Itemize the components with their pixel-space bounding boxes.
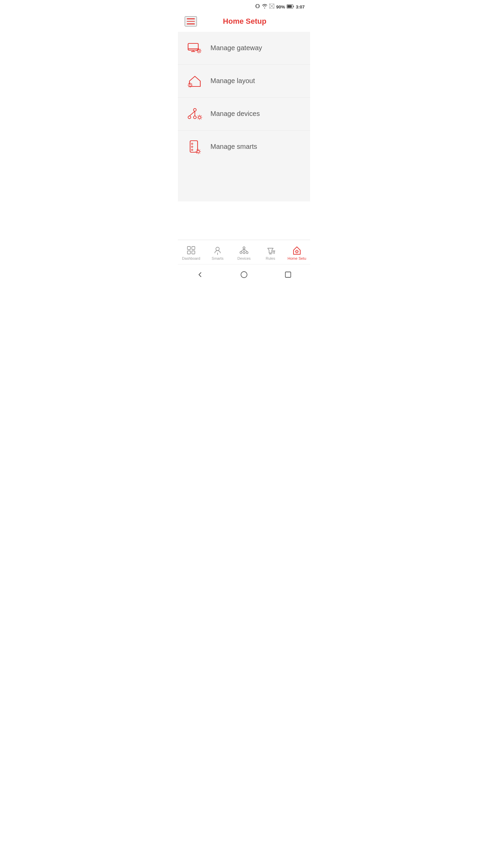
svg-line-35 <box>241 249 244 252</box>
manage-smarts-label: Manage smarts <box>210 143 257 151</box>
manage-layout-item[interactable]: Manage layout <box>178 65 310 98</box>
svg-point-43 <box>296 251 298 253</box>
recents-button[interactable] <box>281 268 295 281</box>
manage-gateway-item[interactable]: Manage gateway <box>178 32 310 65</box>
nav-item-devices[interactable]: Devices <box>231 243 257 263</box>
svg-rect-28 <box>192 251 195 254</box>
gateway-icon <box>186 39 204 57</box>
svg-point-24 <box>197 150 200 153</box>
dashboard-nav-label: Dashboard <box>182 256 200 260</box>
sim-icon <box>269 3 274 10</box>
home-button[interactable] <box>237 268 251 281</box>
svg-point-44 <box>241 272 247 278</box>
devices-network-icon <box>186 105 204 123</box>
app-header: Home Setup <box>178 12 310 32</box>
wifi-icon <box>262 4 267 10</box>
battery-icon <box>287 4 294 10</box>
dashboard-nav-icon <box>186 245 196 255</box>
smarts-device-icon <box>186 138 204 156</box>
devices-nav-label: Devices <box>237 256 250 260</box>
svg-point-22 <box>191 146 193 147</box>
svg-rect-45 <box>285 272 291 277</box>
svg-point-23 <box>191 149 193 151</box>
svg-rect-26 <box>192 246 195 250</box>
svg-point-34 <box>246 252 248 254</box>
rules-nav-label: Rules <box>266 256 275 260</box>
home-setup-nav-label: Home Setu <box>287 256 306 260</box>
status-time: 3:07 <box>296 4 305 9</box>
svg-point-19 <box>199 116 201 118</box>
manage-devices-item[interactable]: Manage devices <box>178 98 310 131</box>
svg-rect-27 <box>187 251 190 254</box>
setup-menu-list: Manage gateway Manage layout <box>178 32 310 201</box>
manage-gateway-label: Manage gateway <box>210 44 262 52</box>
nav-item-home-setup[interactable]: Home Setu <box>284 243 310 263</box>
manage-smarts-item[interactable]: Manage smarts <box>178 131 310 163</box>
hamburger-line-3 <box>187 23 195 24</box>
svg-point-13 <box>189 84 191 86</box>
svg-point-31 <box>243 247 245 249</box>
content-spacer <box>178 201 310 240</box>
vibrate-icon <box>255 3 260 10</box>
hamburger-line-2 <box>187 21 195 22</box>
svg-point-16 <box>194 116 196 119</box>
bottom-nav: Dashboard Smarts <box>178 240 310 264</box>
svg-point-29 <box>216 247 219 251</box>
nav-item-smarts[interactable]: Smarts <box>204 243 231 263</box>
status-icons: 90% 3:07 <box>255 3 305 10</box>
svg-rect-0 <box>256 4 259 8</box>
svg-rect-25 <box>187 246 190 250</box>
status-bar: 90% 3:07 <box>178 0 310 12</box>
layout-icon <box>186 72 204 90</box>
svg-line-18 <box>189 111 195 116</box>
smarts-nav-icon <box>213 245 222 255</box>
rules-nav-icon <box>266 245 275 255</box>
svg-rect-7 <box>287 5 292 8</box>
manage-layout-label: Manage layout <box>210 77 255 85</box>
hamburger-line-1 <box>187 18 195 19</box>
svg-point-33 <box>243 252 245 254</box>
svg-rect-1 <box>255 5 256 7</box>
hamburger-button[interactable] <box>185 16 197 26</box>
svg-point-14 <box>194 108 196 111</box>
nav-item-dashboard[interactable]: Dashboard <box>178 243 204 263</box>
svg-point-32 <box>240 252 242 254</box>
svg-point-15 <box>188 116 191 119</box>
smarts-nav-label: Smarts <box>212 256 224 260</box>
svg-point-21 <box>191 143 193 144</box>
system-nav-bar <box>178 264 310 286</box>
svg-line-37 <box>244 249 247 252</box>
svg-rect-20 <box>190 141 198 152</box>
devices-nav-icon <box>239 245 249 255</box>
back-button[interactable] <box>193 268 207 281</box>
page-title: Home Setup <box>197 17 292 26</box>
nav-item-rules[interactable]: Rules <box>257 243 284 263</box>
svg-point-12 <box>198 50 200 52</box>
home-setup-nav-icon <box>292 245 302 255</box>
manage-devices-label: Manage devices <box>210 110 260 118</box>
svg-rect-2 <box>259 5 260 7</box>
battery-percent: 90% <box>276 4 285 9</box>
